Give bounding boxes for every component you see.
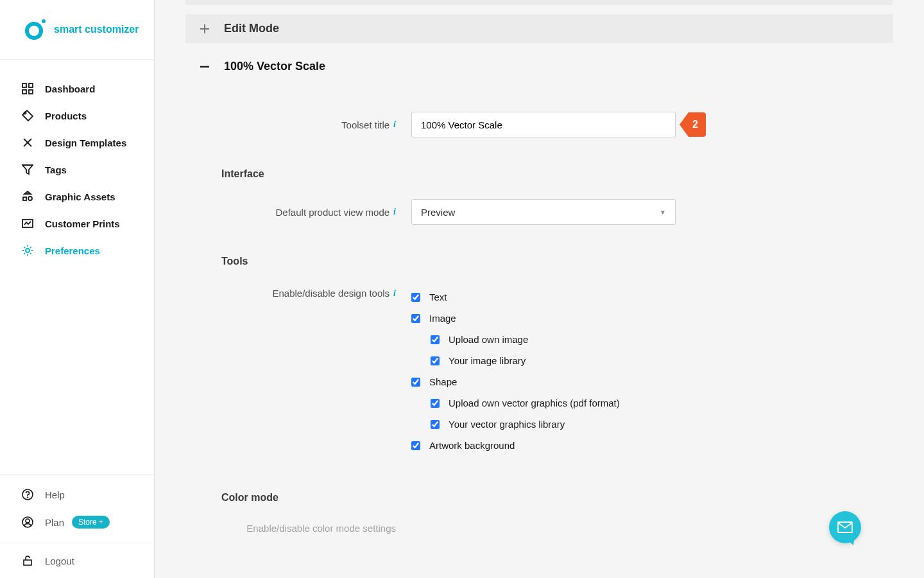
checkbox-your-image-library[interactable] [431, 356, 440, 365]
panel-title: 100% Vector Scale [224, 60, 325, 73]
help-icon [22, 489, 33, 500]
gear-icon [22, 245, 33, 256]
checkbox-artwork-background[interactable] [411, 441, 420, 450]
svg-rect-7 [23, 197, 26, 200]
row-design-tools: Enable/disable design tools i Text Image… [221, 286, 880, 456]
tag-icon [22, 110, 33, 121]
checkbox-label[interactable]: Your vector graphics library [449, 419, 565, 430]
sidebar-item-plan[interactable]: Plan Store + [0, 508, 154, 536]
section-color-mode: Color mode [221, 492, 880, 504]
view-mode-select[interactable]: Preview ▼ [411, 199, 676, 225]
section-interface: Interface [221, 168, 880, 180]
checkbox-label[interactable]: Your image library [449, 355, 526, 366]
panel-header-vector-scale[interactable]: 100% Vector Scale [185, 52, 893, 81]
plan-badge: Store + [72, 516, 110, 529]
sidebar-item-label: Preferences [45, 245, 100, 256]
plus-icon [198, 22, 211, 35]
svg-point-14 [26, 519, 30, 523]
checkbox-label[interactable]: Upload own image [449, 334, 528, 345]
brand-logo[interactable]: smart customizer [0, 0, 154, 60]
checkbox-your-vector-library[interactable] [431, 420, 440, 429]
info-icon[interactable]: i [393, 288, 396, 299]
info-icon[interactable]: i [393, 207, 396, 217]
select-value: Preview [421, 207, 455, 218]
svg-point-12 [28, 497, 28, 498]
sidebar-item-label: Graphic Assets [45, 191, 116, 202]
check-upload-own-image: Upload own image [431, 329, 620, 350]
panel-header-edit-mode[interactable]: Edit Mode [185, 14, 893, 43]
sidebar-item-label: Logout [45, 556, 74, 566]
checkbox-upload-own-image[interactable] [431, 335, 440, 344]
sidebar-item-label: Customer Prints [45, 218, 120, 229]
check-text: Text [411, 286, 620, 308]
sidebar-item-tags[interactable]: Tags [0, 156, 154, 183]
svg-point-0 [27, 24, 41, 38]
sidebar-item-logout[interactable]: Logout [0, 543, 154, 578]
sidebar-item-products[interactable]: Products [0, 102, 154, 129]
checkbox-label[interactable]: Upload own vector graphics (pdf format) [449, 398, 620, 408]
check-upload-vector: Upload own vector graphics (pdf format) [431, 392, 620, 414]
sidebar-item-label: Dashboard [45, 83, 95, 94]
label-toolset-title: Toolset title i [221, 119, 396, 130]
svg-point-10 [26, 249, 30, 252]
sidebar: smart customizer Dashboard Products Desi… [0, 0, 155, 578]
user-icon [22, 516, 33, 528]
sidebar-item-label: Help [45, 489, 65, 500]
svg-point-8 [28, 197, 32, 200]
main-content: Edit Mode 100% Vector Scale Toolset titl… [155, 0, 924, 578]
mail-icon [837, 521, 853, 533]
svg-rect-4 [22, 90, 26, 94]
sidebar-item-help[interactable]: Help [0, 481, 154, 508]
label-design-tools: Enable/disable design tools i [221, 286, 396, 299]
minus-icon [198, 60, 211, 73]
checkbox-label[interactable]: Image [429, 313, 456, 324]
contact-fab[interactable] [829, 511, 861, 543]
brand-name: smart customizer [54, 24, 139, 35]
label-view-mode: Default product view mode i [221, 207, 396, 218]
info-icon[interactable]: i [393, 119, 396, 130]
prints-icon [22, 218, 33, 229]
panel-title: Edit Mode [224, 22, 279, 35]
sidebar-item-label: Tags [45, 164, 67, 175]
sidebar-item-label: Plan [45, 517, 64, 528]
panel-collapsed-top[interactable] [185, 0, 893, 5]
check-your-vector-library: Your vector graphics library [431, 414, 620, 435]
logo-icon [23, 18, 46, 41]
toolset-title-input[interactable] [411, 112, 676, 137]
sidebar-item-graphic-assets[interactable]: Graphic Assets [0, 183, 154, 210]
design-tools-list: Text Image Upload own image Your image l… [411, 286, 620, 456]
panel-edit-mode: Edit Mode [185, 14, 893, 43]
form-area: Toolset title i 2 Interface Default prod… [185, 81, 893, 568]
label-color-mode-enable: Enable/disable color mode settings [221, 523, 396, 534]
checkbox-upload-vector[interactable] [431, 399, 440, 408]
row-color-mode-enable: Enable/disable color mode settings [221, 523, 880, 534]
checkbox-label[interactable]: Artwork background [429, 440, 515, 451]
checkbox-text[interactable] [411, 293, 420, 302]
checkbox-image[interactable] [411, 314, 420, 323]
sidebar-item-label: Design Templates [45, 137, 126, 148]
checkbox-shape[interactable] [411, 378, 420, 387]
checkbox-label[interactable]: Text [429, 292, 447, 302]
sidebar-item-label: Products [45, 110, 87, 121]
svg-rect-5 [29, 90, 33, 94]
usage-badge: 2 [680, 112, 706, 137]
lock-icon [22, 555, 33, 566]
sidebar-bottom: Help Plan Store + Logout [0, 474, 154, 578]
sidebar-item-customer-prints[interactable]: Customer Prints [0, 210, 154, 237]
svg-rect-3 [29, 83, 33, 87]
usage-badge-value: 2 [689, 112, 706, 137]
svg-point-1 [42, 19, 46, 23]
sidebar-item-dashboard[interactable]: Dashboard [0, 75, 154, 102]
panel-vector-scale: 100% Vector Scale Toolset title i 2 Int [185, 52, 893, 568]
section-tools: Tools [221, 256, 880, 267]
sidebar-item-design-templates[interactable]: Design Templates [0, 129, 154, 156]
chevron-down-icon: ▼ [660, 209, 666, 216]
check-shape: Shape [411, 371, 620, 392]
input-wrap-toolset-title: 2 [411, 112, 676, 137]
checkbox-label[interactable]: Shape [429, 376, 457, 387]
check-artwork-background: Artwork background [411, 435, 620, 456]
select-wrap-view-mode: Preview ▼ [411, 199, 676, 225]
dashboard-icon [22, 83, 33, 94]
sidebar-item-preferences[interactable]: Preferences [0, 237, 154, 264]
filter-icon [22, 164, 33, 175]
